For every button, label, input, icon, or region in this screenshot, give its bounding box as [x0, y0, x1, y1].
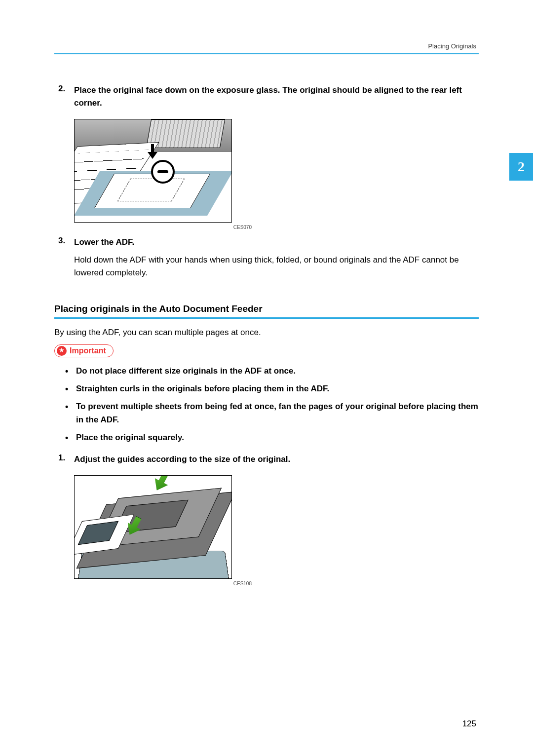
star-icon	[57, 346, 67, 356]
chapter-tab: 2	[509, 153, 533, 181]
step-3: 3. Lower the ADF. Hold down the ADF with…	[54, 236, 479, 280]
step-number: 3.	[58, 236, 65, 246]
important-label: Important	[70, 346, 106, 355]
down-arrow-icon	[149, 144, 157, 159]
list-item: To prevent multiple sheets from being fe…	[74, 400, 479, 426]
important-callout: Important	[54, 344, 114, 357]
align-marker-icon	[151, 160, 175, 184]
step-number: 2.	[58, 84, 65, 94]
step-text: Place the original face down on the expo…	[74, 84, 479, 110]
figure-exposure-glass	[74, 119, 232, 223]
step-text: Adjust the guides according to the size …	[74, 453, 479, 466]
figure-adf-guides	[74, 475, 232, 579]
running-header: Placing Originals	[428, 42, 476, 50]
header-rule	[54, 53, 479, 54]
figure-caption: CES108	[74, 581, 252, 586]
page: Placing Originals 2 2. Place the origina…	[0, 0, 533, 756]
step-text: Lower the ADF.	[74, 236, 479, 249]
important-list: Do not place different size originals in…	[54, 365, 479, 445]
section-intro: By using the ADF, you can scan multiple …	[54, 328, 479, 338]
step-1: 1. Adjust the guides according to the si…	[54, 453, 479, 466]
step-body: Hold down the ADF with your hands when u…	[74, 254, 479, 280]
section-heading: Placing originals in the Auto Document F…	[54, 303, 479, 319]
list-item: Straighten curls in the originals before…	[74, 382, 479, 395]
step-2: 2. Place the original face down on the e…	[54, 84, 479, 110]
list-item: Do not place different size originals in…	[74, 365, 479, 378]
figure-caption: CES070	[74, 225, 252, 230]
page-number: 125	[462, 719, 476, 729]
list-item: Place the original squarely.	[74, 431, 479, 444]
step-number: 1.	[58, 453, 65, 463]
